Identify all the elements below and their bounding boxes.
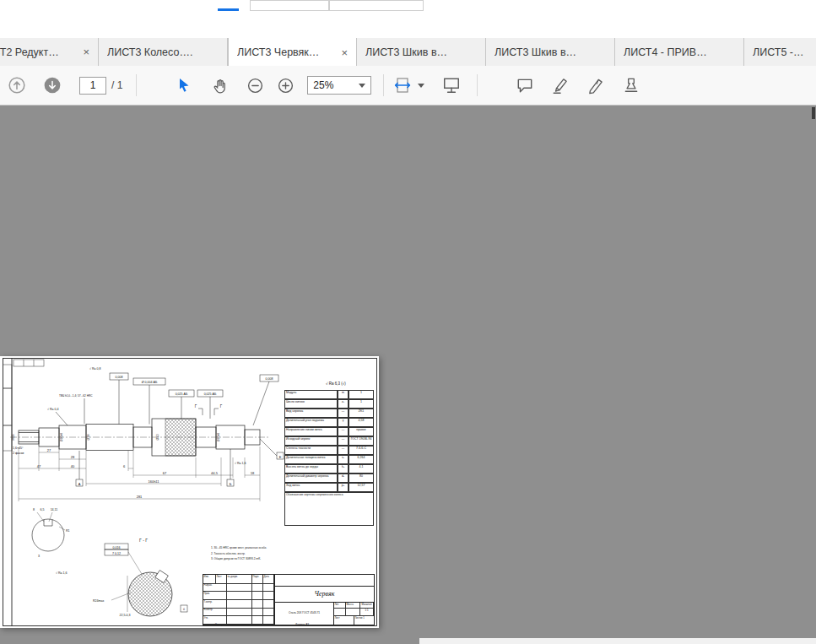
dim-67: 67	[163, 471, 167, 475]
top-toolbar-box-1[interactable]	[250, 0, 329, 11]
keyway-detail-view	[32, 512, 65, 551]
tab-7[interactable]: ЛИСТ5 -…	[744, 38, 816, 66]
titleblock-sign-cell	[227, 609, 252, 616]
mass-label: Масса	[346, 603, 360, 608]
hand-icon	[211, 77, 229, 95]
minus-circle-icon	[246, 77, 264, 95]
section-cut-letter-left: Г	[195, 404, 197, 409]
section-roughness: √ Ra 1,6	[56, 571, 68, 575]
tab-1[interactable]: ЛИСТ2 Редукт…×	[0, 38, 99, 66]
titleblock-sign-row: Н.контр.	[203, 609, 274, 617]
part-name: Червяк	[275, 587, 374, 603]
previous-page-button[interactable]	[3, 72, 30, 99]
pdf-page: 27 28 47 40 6 67 44,5 18 160h11 281 M16 …	[0, 356, 379, 628]
param-cell: 6,264	[349, 455, 374, 464]
zoom-out-button[interactable]	[241, 72, 268, 99]
param-cell: Направление линии витка	[284, 427, 338, 436]
datum-b-label: Б	[230, 482, 232, 486]
technical-notes: 1. 30...45 HRC кроме мест, указанных осо…	[211, 546, 267, 560]
param-cell: Высота витка до хорды	[284, 464, 338, 474]
tolerance-0025-a: 0,025 АБ	[176, 392, 188, 396]
tab-close-icon[interactable]: ×	[83, 46, 89, 57]
speech-bubble-icon	[516, 76, 534, 95]
zoom-in-button[interactable]	[272, 72, 299, 99]
param-cell: ГОСТ 19036-94	[349, 436, 374, 446]
tab-6[interactable]: ЛИСТ4 - ПРИВ…	[615, 38, 744, 66]
dim-44-5: 44,5	[211, 471, 219, 475]
dim-160h11: 160h11	[148, 479, 159, 484]
arrow-up-circle-icon	[8, 76, 26, 95]
titleblock-header-cell: Подп.	[252, 575, 263, 583]
fit-width-button[interactable]	[392, 72, 426, 99]
toolbar-separator	[477, 74, 478, 96]
fountain-pen-icon	[586, 76, 605, 95]
titleblock-sign-cell	[263, 584, 274, 592]
zoom-level-dropdown[interactable]: 25%	[307, 76, 371, 95]
keyway-width-label: 8	[33, 508, 35, 511]
chevron-down-icon	[359, 84, 365, 88]
param-row: Направление линии витка—правое	[284, 427, 374, 436]
title-block: Изм.Лист№ докум.Подп.Дата Разраб.Пров.Т.…	[203, 574, 375, 625]
page-number-input[interactable]: 1	[79, 77, 106, 95]
hand-tool-button[interactable]	[206, 72, 233, 99]
tolerance-frames	[56, 373, 278, 425]
scale-label: Масштаб	[360, 603, 374, 608]
param-cell: Вид червяка	[284, 409, 338, 418]
titleblock-sign-cell	[263, 592, 274, 599]
highlight-tool-button[interactable]	[547, 72, 574, 99]
next-page-button[interactable]	[39, 72, 66, 99]
param-cell: p₂	[338, 483, 349, 492]
comment-tool-button[interactable]	[511, 72, 538, 99]
presentation-screen-icon	[442, 76, 461, 95]
vertical-scrollbar-thumb[interactable]	[812, 107, 815, 119]
tab-2[interactable]: ЛИСТ3 Колесо….	[99, 38, 228, 66]
reading-mode-button[interactable]	[438, 72, 465, 99]
dia-m16: M16	[12, 435, 15, 441]
chevron-down-icon	[418, 84, 424, 88]
tab-5[interactable]: ЛИСТ3 Шкив в…	[486, 38, 615, 66]
param-cell: 80	[349, 474, 374, 483]
note-line-2: 2. Точность обеспеч. инстр.	[211, 552, 246, 555]
section-g-g: Г - Г 0,016 7 0,12 R24max √ Ra 1,6 22,5-…	[56, 538, 187, 617]
param-cell: γ	[338, 418, 349, 427]
datum-a-label: А	[78, 482, 81, 486]
sheet-label: Лист	[334, 616, 354, 625]
tab-3[interactable]: ЛИСТ3 Червяк…×	[228, 38, 357, 67]
param-row: Делительный угол подъемаγ4,58	[284, 418, 374, 427]
param-cell: 12,57	[349, 483, 374, 492]
arrow-down-circle-icon	[43, 76, 62, 95]
tab-4[interactable]: ЛИСТ3 Шкив в…	[357, 38, 486, 66]
param-row: Вид червяка—ZK1	[284, 409, 374, 418]
dim-47: 47	[37, 464, 41, 468]
horizontal-scrollbar-track[interactable]	[419, 638, 816, 644]
tab-close-icon[interactable]: ×	[341, 47, 348, 58]
section-title: Г - Г	[139, 538, 148, 543]
zoom-level-value: 25%	[313, 79, 333, 91]
titleblock-header-cell: Дата	[263, 575, 274, 583]
tab-label: ЛИСТ5 -…	[753, 46, 816, 58]
param-cell: 1	[349, 390, 374, 399]
param-cell: —	[338, 427, 349, 436]
main-toolbar: 1 / 1 25%	[0, 66, 816, 106]
param-cell: —	[338, 409, 349, 418]
select-tool-button[interactable]	[170, 72, 197, 99]
section-datum-flag: б	[183, 608, 185, 611]
dim-281: 281	[137, 495, 143, 499]
keyway-dim-3: 3	[38, 555, 40, 558]
titleblock-sign-cell	[263, 600, 274, 608]
dim-18: 18	[251, 471, 255, 475]
sign-tool-button[interactable]	[582, 72, 609, 99]
param-cell: ZK1	[349, 409, 374, 418]
param-cell: Делительный диаметр червяка	[284, 474, 338, 483]
hardening-note: ТВЧ h1,0...1,4; 57...62 HRC	[59, 394, 93, 398]
titleblock-signature-area: Изм.Лист№ докум.Подп.Дата Разраб.Пров.Т.…	[203, 575, 275, 625]
titleblock-sign-cell	[263, 609, 274, 616]
titleblock-sign-cell	[263, 616, 274, 624]
titleblock-header-cell: Изм.	[203, 575, 216, 583]
tolerance-0008-right: 0,008	[266, 377, 273, 381]
stamp-tool-button[interactable]	[618, 72, 645, 99]
dimension-lines	[19, 446, 260, 501]
titleblock-header-row: Изм.Лист№ докум.Подп.Дата	[203, 575, 274, 584]
top-toolbar-box-2[interactable]	[329, 0, 424, 11]
margin-stamp-boxes	[3, 360, 45, 451]
